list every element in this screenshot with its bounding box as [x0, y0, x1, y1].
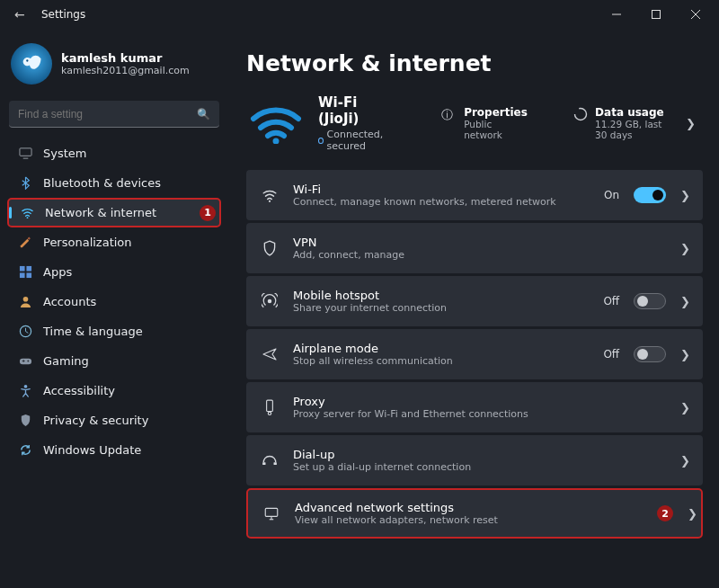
hotspot-icon [261, 293, 279, 309]
search-icon: 🔍 [197, 108, 210, 120]
chevron-right-icon: ❯ [680, 242, 690, 255]
wifi-toggle[interactable] [634, 187, 666, 203]
sidebar-item-gaming[interactable]: Gaming [7, 346, 221, 376]
svg-point-4 [26, 59, 28, 61]
sidebar-item-bluetooth[interactable]: Bluetooth & devices [7, 168, 221, 198]
sidebar-item-label: Windows Update [43, 443, 141, 457]
properties-link[interactable]: ⓘ Properties Public network [441, 106, 528, 140]
wifi-signal-icon [248, 102, 304, 145]
chevron-right-icon: ❯ [688, 507, 697, 521]
advanced-icon [262, 505, 280, 521]
close-button[interactable] [676, 1, 715, 28]
sidebar-item-label: Bluetooth & devices [43, 176, 161, 190]
row-title: Proxy [293, 395, 666, 408]
sidebar-item-label: Apps [43, 265, 72, 279]
back-button[interactable]: ← [14, 7, 34, 22]
globe-icon [318, 138, 324, 144]
profile-name: kamlesh kumar [61, 51, 190, 65]
chevron-right-icon: ❯ [680, 454, 690, 468]
row-wifi[interactable]: Wi-Fi Connect, manage known networks, me… [246, 170, 703, 220]
callout-badge-1: 1 [200, 205, 216, 221]
sidebar-item-time[interactable]: Time & language [7, 316, 221, 346]
row-hotspot[interactable]: Mobile hotspot Share your internet conne… [246, 276, 703, 326]
svg-point-16 [27, 361, 29, 362]
personalization-icon [18, 236, 32, 250]
row-dialup[interactable]: Dial-up Set up a dial-up internet connec… [246, 435, 703, 486]
wifi-name: Wi-Fi (JioJi) [318, 94, 396, 127]
main-content: Network & internet Wi-Fi (JioJi) Connect… [226, 29, 719, 588]
svg-point-23 [268, 412, 271, 414]
svg-rect-8 [27, 236, 30, 239]
profile[interactable]: kamlesh kumar kamlesh2011@gmail.com [7, 36, 221, 97]
row-subtitle: Proxy server for Wi-Fi and Ethernet conn… [293, 408, 666, 420]
callout-badge-2: 2 [657, 505, 673, 521]
row-title: Wi-Fi [293, 183, 590, 196]
row-subtitle: Set up a dial-up internet connection [293, 461, 666, 473]
data-usage-icon [573, 107, 588, 124]
svg-rect-1 [652, 11, 661, 19]
accounts-icon [18, 295, 32, 309]
minimize-button[interactable] [597, 1, 636, 28]
gaming-icon [18, 354, 32, 369]
maximize-button[interactable] [636, 1, 676, 28]
row-subtitle: Stop all wireless communication [293, 355, 589, 367]
sidebar-item-label: Network & internet [45, 206, 156, 219]
sidebar-item-accessibility[interactable]: Accessibility [7, 376, 221, 405]
toggle-state-label: Off [603, 295, 619, 307]
wifi-state: Connected, secured [327, 129, 397, 152]
row-subtitle: Connect, manage known networks, metered … [293, 196, 590, 208]
svg-point-19 [575, 109, 587, 120]
window-title: Settings [41, 8, 85, 21]
row-title: VPN [293, 236, 666, 249]
svg-point-7 [26, 217, 28, 218]
sidebar: kamlesh kumar kamlesh2011@gmail.com 🔍 Sy… [0, 29, 226, 588]
row-subtitle: Share your internet connection [293, 302, 589, 314]
sidebar-item-system[interactable]: System [7, 138, 221, 168]
dialup-icon [261, 452, 279, 468]
sidebar-item-apps[interactable]: Apps [7, 257, 221, 287]
privacy-icon [18, 414, 32, 428]
time-icon [18, 325, 32, 339]
svg-rect-10 [26, 266, 31, 272]
svg-rect-22 [267, 400, 273, 411]
svg-point-20 [269, 200, 271, 202]
svg-point-21 [268, 299, 272, 304]
update-icon [18, 443, 32, 458]
apps-icon [18, 265, 32, 280]
sidebar-item-label: Gaming [43, 354, 89, 368]
row-advanced[interactable]: Advanced network settings View all netwo… [246, 488, 703, 539]
sidebar-item-label: Time & language [43, 325, 143, 338]
sidebar-item-update[interactable]: Windows Update [7, 435, 221, 465]
wifi-icon [261, 187, 279, 203]
toggle-state-label: Off [603, 348, 619, 361]
data-usage-link[interactable]: Data usage 11.29 GB, last 30 days [573, 106, 668, 140]
chevron-right-icon: ❯ [680, 348, 690, 361]
status-card: Wi-Fi (JioJi) Connected, secured ⓘ Prope… [246, 93, 703, 170]
chevron-right-icon: ❯ [680, 401, 690, 414]
svg-rect-11 [19, 272, 24, 278]
sidebar-item-label: Accounts [43, 295, 96, 308]
chevron-right-icon: ❯ [680, 189, 690, 202]
sidebar-item-network[interactable]: Network & internet 1 [7, 198, 221, 227]
row-proxy[interactable]: Proxy Proxy server for Wi-Fi and Etherne… [246, 382, 703, 432]
row-airplane[interactable]: Airplane mode Stop all wireless communic… [246, 329, 703, 379]
search-input[interactable] [18, 108, 197, 120]
sidebar-item-personalization[interactable]: Personalization [7, 227, 221, 257]
svg-rect-9 [19, 266, 24, 272]
svg-rect-24 [262, 462, 265, 465]
hotspot-toggle[interactable] [634, 293, 666, 309]
wifi-status[interactable]: Wi-Fi (JioJi) Connected, secured [318, 94, 396, 152]
svg-point-13 [22, 297, 28, 302]
chevron-right-icon[interactable]: ❯ [682, 117, 699, 130]
row-subtitle: View all network adapters, network reset [295, 514, 643, 526]
row-vpn[interactable]: VPN Add, connect, manage ❯ [246, 223, 703, 273]
svg-rect-26 [265, 508, 278, 516]
system-icon [18, 147, 32, 161]
profile-email: kamlesh2011@gmail.com [61, 65, 190, 76]
sidebar-item-accounts[interactable]: Accounts [7, 287, 221, 316]
bluetooth-icon [18, 176, 32, 191]
search-box[interactable]: 🔍 [9, 101, 219, 128]
sidebar-item-privacy[interactable]: Privacy & security [7, 405, 221, 435]
airplane-toggle[interactable] [634, 346, 666, 362]
row-title: Advanced network settings [295, 501, 643, 514]
